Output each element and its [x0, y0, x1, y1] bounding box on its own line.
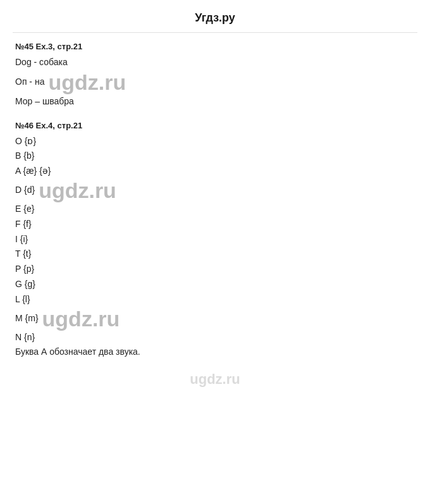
watermark-middle1: ugdz.ru [48, 71, 126, 93]
section-46-line-13: Буква А обозначает два звука. [15, 345, 417, 360]
section-46-line-10: L {l} [15, 292, 417, 307]
section-46-line-5: F {f} [15, 217, 417, 232]
section-46-line-4: E {e} [15, 202, 417, 217]
section-45-line-3: Мор – швабра [15, 94, 417, 109]
section-45: №45 Ex.3, стр.21 Dog - собака Оп - на ug… [13, 42, 417, 109]
section-46-line-12: N {n} [15, 330, 417, 345]
section-46-line-6: I {i} [15, 232, 417, 247]
watermark-middle2: ugdz.ru [39, 180, 116, 201]
section-46-line-7: T {t} [15, 247, 417, 262]
section-45-header: №45 Ex.3, стр.21 [13, 42, 417, 51]
section-46-line-8: P {p} [15, 262, 417, 277]
section-45-line-1: Dog - собака [15, 55, 417, 70]
section-46-line-0: O {ɒ} [15, 134, 417, 149]
section-46-line-1: B {b} [15, 149, 417, 164]
site-title-text: Угдз.ру [195, 11, 235, 24]
watermark-bottom: ugdz.ru [13, 371, 417, 388]
section-46-line-9: G {g} [15, 277, 417, 292]
section-46-line-11: M {m} [15, 311, 39, 326]
section-45-line-2-wrapper: Оп - на ugdz.ru [15, 71, 417, 93]
watermark-middle3: ugdz.ru [42, 308, 120, 329]
section-45-line-2: Оп - на [15, 75, 44, 90]
section-46: №46 Ex.4, стр.21 O {ɒ} B {b} A {æ} {ə} D… [13, 121, 417, 360]
section-46-header: №46 Ex.4, стр.21 [13, 121, 417, 130]
section-46-line-3-wrapper: D {d} ugdz.ru [15, 180, 417, 201]
section-46-line-2: A {æ} {ə} [15, 164, 417, 179]
section-46-line-3: D {d} [15, 183, 35, 198]
site-header: Угдз.ру [13, 6, 417, 33]
section-46-line-11-wrapper: M {m} ugdz.ru [15, 308, 417, 329]
